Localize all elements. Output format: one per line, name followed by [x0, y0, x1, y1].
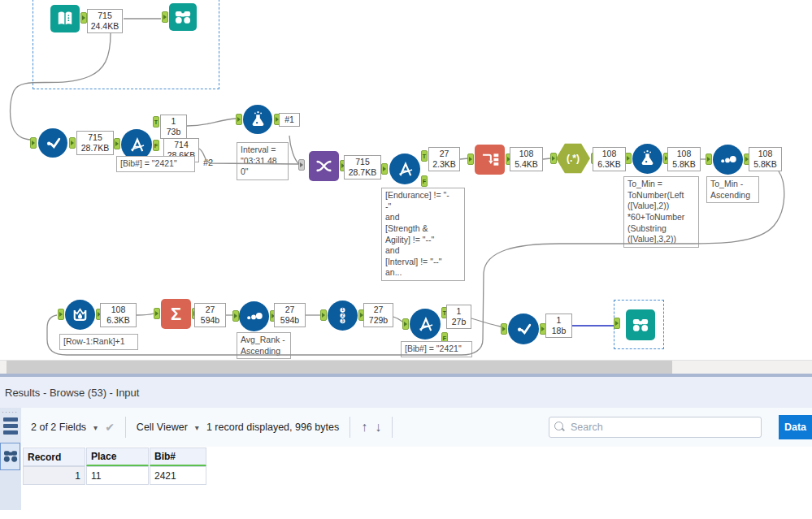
results-panel-header: Results - Browse (53) - Input — [0, 377, 812, 409]
connection-anchor[interactable] — [114, 138, 120, 149]
tool-annotation[interactable]: [Endurance] != "- -" and [Strength & Agi… — [381, 188, 465, 281]
record-count-box[interactable]: 715 28.7KB — [76, 131, 114, 155]
workflow-canvas[interactable]: (.*)Σ123TFTFTF715 24.4KB715 28.7KB1 73b7… — [0, 0, 812, 361]
record-count-box[interactable]: 1 73b — [160, 115, 187, 139]
anchor-arrow-icon — [552, 156, 555, 161]
fields-dropdown-caret-icon[interactable]: ▾ — [93, 423, 98, 432]
apply-check-icon[interactable]: ✔ — [105, 421, 115, 434]
connection-anchor[interactable] — [298, 159, 305, 171]
down-arrow-icon[interactable]: ↓ — [375, 420, 381, 435]
tool-annotation[interactable]: [Bib#] = "2421" — [116, 156, 195, 172]
connection-anchor[interactable] — [236, 114, 242, 125]
connection-anchor[interactable] — [625, 153, 632, 164]
cell-viewer-caret-icon[interactable]: ▾ — [195, 423, 199, 432]
text-to-columns-icon — [479, 149, 501, 171]
record-count-box[interactable]: 1 18b — [545, 314, 572, 338]
connection-anchor[interactable] — [501, 323, 507, 335]
record-count-box[interactable]: 27 594b — [274, 303, 306, 327]
formula-tool-2[interactable] — [632, 144, 662, 174]
search-input[interactable] — [549, 417, 762, 438]
record-count-box[interactable]: 108 6.3KB — [100, 303, 137, 327]
binoculars-icon — [2, 450, 19, 463]
connection-anchor[interactable] — [320, 309, 327, 321]
connection-anchor[interactable] — [154, 308, 160, 319]
record-count-box[interactable]: #1 — [279, 113, 300, 127]
regex-tool[interactable]: (.*) — [556, 143, 590, 174]
connection-anchor[interactable] — [550, 153, 557, 164]
connection-anchor[interactable] — [232, 310, 239, 322]
connection-anchor[interactable] — [30, 137, 37, 149]
filter-tool-3[interactable] — [410, 309, 441, 340]
anchor-arrow-icon — [59, 312, 63, 317]
anchor-arrow-icon — [82, 15, 85, 20]
anchor-arrow-icon — [32, 141, 35, 145]
anchor-arrow-icon — [234, 314, 237, 318]
select-tool-2[interactable] — [508, 314, 539, 344]
filter-tool-2[interactable] — [389, 154, 420, 184]
record-count-box[interactable]: 108 5.4KB — [510, 147, 543, 171]
connection-anchor[interactable] — [69, 137, 76, 149]
record-count-box[interactable]: 108 5.8KB — [749, 147, 782, 171]
record-count-box[interactable]: 108 6.3KB — [593, 147, 626, 171]
connection-anchor[interactable]: T — [421, 150, 428, 162]
connection-anchor[interactable] — [614, 318, 620, 329]
connection-anchor[interactable]: F — [421, 175, 428, 187]
connection-anchor[interactable] — [706, 154, 712, 165]
connection-anchor[interactable] — [80, 12, 87, 24]
sort-tool-1[interactable] — [713, 145, 743, 175]
fields-dropdown[interactable]: 2 of 2 Fields — [31, 422, 86, 433]
connection-anchor[interactable]: T — [153, 116, 159, 128]
anchor-arrow-icon — [383, 167, 386, 171]
tool-annotation[interactable]: [Row-1:Rank]+1 — [59, 334, 138, 350]
tool-annotation[interactable]: To_Min - Ascending — [706, 176, 759, 203]
table-cell-record: 1 — [23, 466, 85, 485]
record-count-box[interactable]: 27 2.3KB — [428, 147, 460, 171]
multirow-formula-tool[interactable] — [65, 300, 95, 330]
column-header-bib[interactable]: Bib# — [150, 448, 206, 466]
browse-tool-bottom[interactable] — [626, 309, 655, 340]
record-id-tool[interactable]: 123 — [328, 301, 358, 331]
tool-annotation[interactable]: [Bib#] = "2421" — [401, 341, 472, 357]
multi-row-formula-icon — [69, 304, 91, 326]
record-count-box[interactable]: 27 594b — [194, 303, 226, 327]
union-tool[interactable] — [309, 151, 339, 181]
formula-tool-1[interactable] — [243, 105, 272, 134]
summarize-tool[interactable]: Σ — [161, 299, 191, 329]
connection-anchor[interactable] — [381, 163, 388, 175]
browse-nav-icon[interactable] — [0, 443, 20, 470]
connection-anchor[interactable] — [162, 11, 168, 23]
results-grid-icon[interactable] — [3, 417, 18, 437]
anchor-arrow-icon — [627, 156, 630, 161]
select-tool-1[interactable] — [38, 128, 67, 158]
scrollbar-thumb[interactable] — [7, 361, 672, 374]
sort-tool-2[interactable] — [239, 301, 269, 331]
alteryx-window: (.*)Σ123TFTFTF715 24.4KB715 28.7KB1 73b7… — [0, 0, 812, 519]
connection-anchor[interactable] — [467, 154, 474, 165]
data-button[interactable]: Data — [779, 415, 812, 439]
column-header-place[interactable]: Place — [86, 448, 149, 466]
false-anchor-label: F — [154, 143, 158, 149]
record-count-box[interactable]: 108 5.8KB — [667, 147, 701, 171]
text-to-columns-tool[interactable] — [475, 145, 505, 175]
tool-annotation[interactable]: Interval = "03:31.48 0" — [237, 142, 289, 180]
up-arrow-icon[interactable]: ↑ — [361, 420, 367, 435]
input-data-tool[interactable] — [50, 5, 80, 32]
connection-anchor[interactable] — [402, 318, 409, 330]
record-count-box[interactable]: 715 24.4KB — [87, 9, 123, 33]
column-header-record[interactable]: Record — [23, 448, 85, 466]
cell-viewer-dropdown[interactable]: Cell Viewer — [137, 422, 188, 433]
record-count-box[interactable]: 1 27b — [446, 305, 471, 329]
union-strands-icon — [313, 155, 335, 177]
panel-drag-handle[interactable]: ····· — [2, 408, 18, 416]
sort-dots-icon — [717, 149, 739, 171]
tool-annotation[interactable]: Avg_Rank - Ascending — [237, 332, 291, 359]
table-cell-bib[interactable]: 2421 — [150, 466, 206, 485]
record-id-icon: 123 — [332, 305, 354, 327]
browse-tool-top[interactable] — [169, 3, 197, 31]
connection-anchor[interactable]: F — [153, 140, 159, 151]
connection-anchor[interactable] — [58, 309, 64, 320]
record-count-box[interactable]: 27 729b — [363, 303, 393, 327]
table-cell-place[interactable]: 11 — [86, 466, 149, 485]
tool-annotation[interactable]: To_Min = ToNumber(Left ([Value],2)) *60+… — [623, 176, 699, 248]
record-count-box[interactable]: 715 28.7KB — [344, 155, 381, 179]
